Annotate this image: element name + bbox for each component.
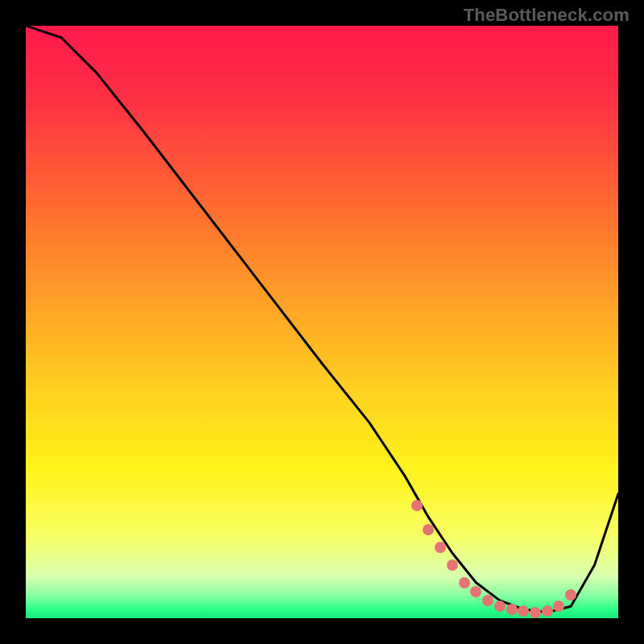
optimal-marker	[542, 605, 553, 617]
optimal-marker	[423, 524, 434, 535]
optimal-marker	[506, 604, 518, 615]
optimal-marker	[494, 601, 506, 612]
optimal-marker	[411, 500, 423, 511]
optimal-marker	[482, 595, 493, 606]
optimal-marker	[518, 605, 529, 617]
optimal-marker	[459, 577, 470, 588]
optimal-marker	[470, 586, 481, 597]
optimal-marker	[553, 601, 564, 612]
attribution-text: TheBottleneck.com	[464, 5, 630, 26]
optimal-marker	[530, 607, 541, 618]
optimal-marker	[565, 589, 576, 601]
optimal-marker	[435, 542, 446, 553]
optimal-marker	[447, 559, 458, 571]
bottleneck-curve	[26, 26, 618, 618]
plot-area	[26, 26, 618, 618]
